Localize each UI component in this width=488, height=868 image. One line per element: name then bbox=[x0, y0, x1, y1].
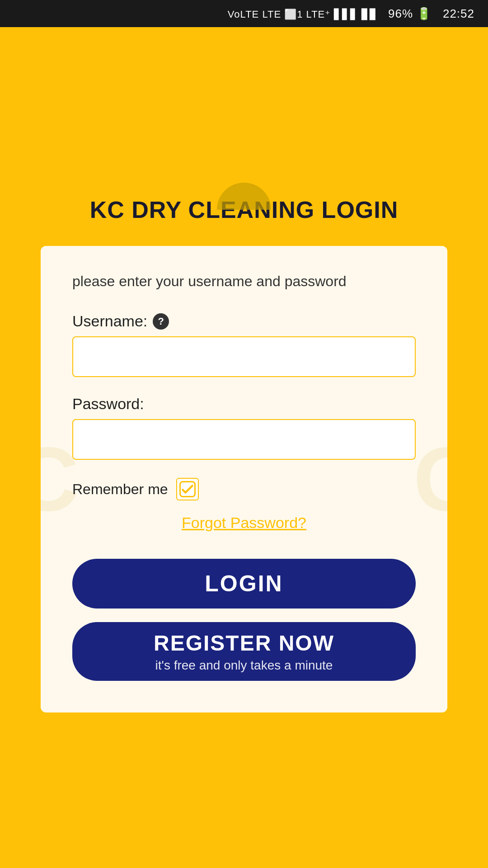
form-subtitle: please enter your username and password bbox=[72, 273, 416, 290]
status-bar-info: VoLTE LTE ⬜1 LTE⁺ ▋▋▋ ▊▊ 96% 🔋 22:52 bbox=[228, 7, 474, 21]
login-card: C G please enter your username and passw… bbox=[41, 246, 447, 712]
card-content: please enter your username and password … bbox=[72, 273, 416, 681]
time-display: 22:52 bbox=[443, 7, 474, 20]
card-watermark-right: G bbox=[413, 427, 447, 531]
login-button[interactable]: LOGIN bbox=[72, 559, 416, 609]
username-help-icon[interactable]: ? bbox=[153, 313, 169, 330]
battery-indicator: 96% 🔋 bbox=[388, 7, 439, 20]
remember-me-label: Remember me bbox=[72, 481, 168, 498]
checkbox-check-icon bbox=[178, 479, 197, 499]
register-button-subtitle: it's free and only takes a minute bbox=[155, 658, 333, 673]
forgot-password-container: Forgot Password? bbox=[72, 514, 416, 532]
status-bar: VoLTE LTE ⬜1 LTE⁺ ▋▋▋ ▊▊ 96% 🔋 22:52 bbox=[0, 0, 488, 27]
password-label: Password: bbox=[72, 395, 416, 413]
password-input[interactable] bbox=[72, 419, 416, 460]
remember-me-row: Remember me bbox=[72, 478, 416, 500]
register-button[interactable]: REGISTER NOW it's free and only takes a … bbox=[72, 622, 416, 681]
logo-arc-container bbox=[217, 183, 271, 210]
main-content: KC DRY CLEANING LOGIN C G please enter y… bbox=[0, 27, 488, 868]
username-label: Username: ? bbox=[72, 312, 416, 330]
logo-arc bbox=[217, 183, 271, 210]
signal-indicator: VoLTE LTE ⬜1 LTE⁺ ▋▋▋ ▊▊ bbox=[228, 9, 385, 20]
remember-me-checkbox[interactable] bbox=[176, 478, 199, 500]
forgot-password-link[interactable]: Forgot Password? bbox=[182, 514, 306, 531]
register-button-title: REGISTER NOW bbox=[154, 631, 334, 656]
username-input[interactable] bbox=[72, 336, 416, 377]
